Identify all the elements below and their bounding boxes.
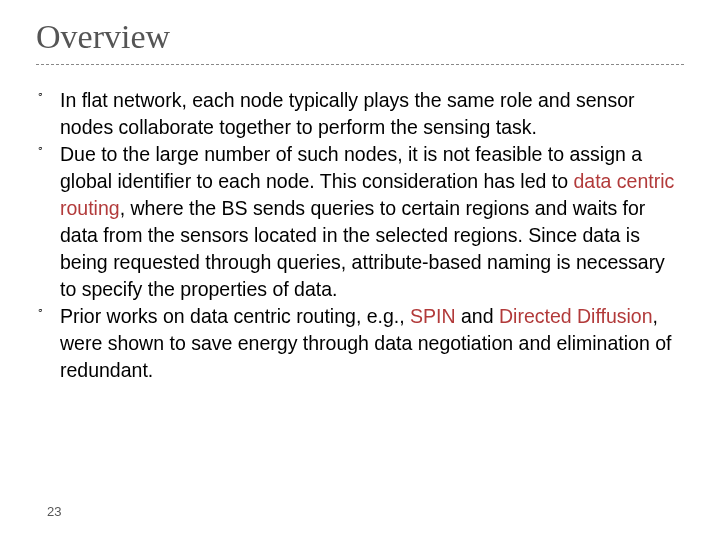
- slide: Overview ﾟIn flat network, each node typ…: [0, 0, 720, 540]
- bullet-text: Due to the large number of such nodes, i…: [60, 141, 678, 303]
- list-item: ﾟPrior works on data centric routing, e.…: [38, 303, 678, 384]
- bullet-icon: ﾟ: [38, 87, 60, 114]
- bullet-icon: ﾟ: [38, 141, 60, 168]
- bullet-icon: ﾟ: [38, 303, 60, 330]
- title-divider: [36, 64, 684, 65]
- list-item: ﾟIn flat network, each node typically pl…: [38, 87, 678, 141]
- bullet-text: In flat network, each node typically pla…: [60, 87, 678, 141]
- page-number: 23: [47, 504, 61, 519]
- list-item: ﾟDue to the large number of such nodes, …: [38, 141, 678, 303]
- slide-title: Overview: [36, 18, 684, 56]
- bullet-text: Prior works on data centric routing, e.g…: [60, 303, 678, 384]
- bullet-list: ﾟIn flat network, each node typically pl…: [36, 87, 684, 384]
